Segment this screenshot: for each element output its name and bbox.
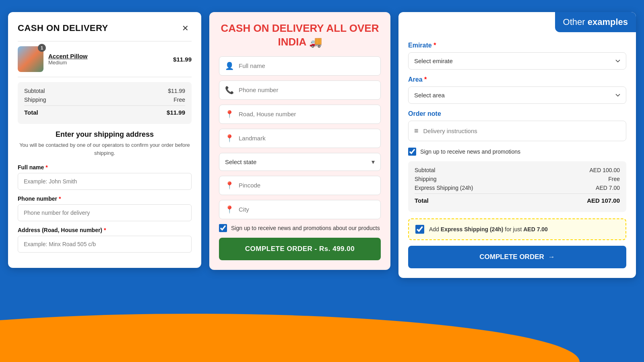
shipping-row: Shipping Free [24, 97, 185, 103]
other-examples-badge: Other examples [555, 12, 636, 32]
person-icon: 👤 [225, 62, 234, 70]
uae-subtotal-row: Subtotal AED 100.00 [415, 167, 620, 173]
address-required-star: * [104, 227, 106, 233]
subtotal-value: $11.99 [168, 88, 185, 94]
road-row: 📍 [219, 105, 381, 124]
checkout-panel-cod: CASH ON DELIVERY ✕ 1 Accent Pillow Mediu… [8, 12, 201, 268]
subtotal-label: Subtotal [24, 88, 45, 94]
location-icon-3: 📍 [225, 181, 234, 190]
express-box-bold: Express Shipping (24h) [441, 226, 504, 232]
checkout-panel-uae: Other examples Emirate * Select emirate … [398, 12, 636, 278]
order-note-row: ≡ [408, 121, 626, 141]
uae-shipping-row: Shipping Free [415, 176, 620, 182]
uae-express-value: AED 7.00 [596, 185, 620, 191]
india-checkbox-label: Sign up to receive news and promotions a… [231, 225, 380, 231]
state-row: Select state Maharashtra Delhi Karnataka… [219, 153, 381, 171]
india-complete-button[interactable]: COMPLETE ORDER - Rs. 499.00 [219, 238, 381, 260]
phone-row: 📞 [219, 80, 381, 100]
uae-express-row: Express Shipping (24h) AED 7.00 [415, 185, 620, 191]
express-box-amount: AED 7.00 [523, 226, 548, 232]
total-label: Total [24, 109, 38, 116]
shipping-address-sub: You will be contacted by one of our oper… [18, 141, 192, 157]
product-info: Accent Pillow Medium [48, 53, 168, 66]
uae-summary-box: Subtotal AED 100.00 Shipping Free Expres… [408, 161, 626, 212]
phone-icon: 📞 [225, 86, 234, 95]
pincode-row: 📍 [219, 176, 381, 195]
express-shipping-checkbox[interactable] [415, 225, 424, 234]
india-newsletter-checkbox[interactable] [219, 224, 227, 232]
fullname-input[interactable] [18, 173, 192, 190]
col2-title: CASH ON DELIVERY ALL OVER INDIA 🚚 [219, 22, 381, 49]
other-examples-bold: examples [588, 17, 628, 27]
landmark-row: 📍 [219, 129, 381, 148]
fullname-row: 👤 [219, 56, 381, 76]
product-row: 1 Accent Pillow Medium $11.99 [18, 46, 192, 72]
shipping-value: Free [173, 97, 185, 103]
order-note-label: Order note [408, 110, 626, 117]
product-variant: Medium [48, 60, 168, 66]
area-required-star: * [424, 76, 427, 83]
uae-total-value: AED 107.00 [587, 197, 620, 204]
shipping-address-title: Enter your shipping address [18, 130, 192, 139]
col1-title: CASH ON DELIVERY [18, 23, 108, 33]
uae-express-label: Express Shipping (24h) [415, 185, 473, 191]
location-icon-1: 📍 [225, 110, 234, 119]
phone-input[interactable] [18, 204, 192, 221]
columns-wrapper: CASH ON DELIVERY ✕ 1 Accent Pillow Mediu… [0, 0, 644, 362]
uae-shipping-value: Free [608, 176, 620, 182]
uae-checkbox-row: Sign up to receive news and promotions [408, 148, 626, 156]
india-checkbox-row: Sign up to receive news and promotions a… [219, 224, 381, 232]
emirate-required-star: * [433, 42, 436, 49]
col1-header: CASH ON DELIVERY ✕ [18, 22, 192, 35]
product-image: 1 [18, 46, 43, 72]
phone-required-star: * [59, 195, 61, 202]
uae-total-label: Total [415, 197, 429, 204]
uae-newsletter-checkbox[interactable] [408, 148, 416, 156]
area-label: Area * [408, 76, 626, 83]
summary-box: Subtotal $11.99 Shipping Free Total $11.… [18, 82, 192, 124]
uae-complete-btn-label: COMPLETE ORDER [479, 253, 544, 261]
india-road-input[interactable] [239, 111, 375, 117]
emirate-label: Emirate * [408, 42, 626, 49]
uae-subtotal-label: Subtotal [415, 167, 435, 173]
state-chevron-icon: ▾ [372, 158, 375, 166]
uae-subtotal-value: AED 100.00 [590, 167, 620, 173]
area-select[interactable]: Select area Downtown Marina Deira Jumeir… [408, 86, 626, 104]
india-pincode-input[interactable] [239, 182, 375, 189]
uae-shipping-label: Shipping [415, 176, 437, 182]
product-badge: 1 [38, 44, 46, 52]
product-price: $11.99 [173, 56, 192, 63]
location-icon-4: 📍 [225, 205, 234, 214]
shipping-label: Shipping [24, 97, 46, 103]
india-city-input[interactable] [239, 206, 375, 213]
phone-label: Phone number * [18, 195, 192, 202]
other-examples-normal: Other [563, 17, 588, 27]
india-fullname-input[interactable] [239, 62, 375, 69]
location-icon-2: 📍 [225, 134, 234, 143]
checkout-panel-india: CASH ON DELIVERY ALL OVER INDIA 🚚 👤 📞 📍 … [209, 12, 390, 270]
india-landmark-input[interactable] [239, 135, 375, 142]
express-shipping-box: Add Express Shipping (24h) for just AED … [408, 218, 626, 240]
city-row: 📍 [219, 200, 381, 219]
address-label: Address (Road, House number) * [18, 227, 192, 233]
lines-icon: ≡ [414, 127, 419, 135]
fullname-label: Full name * [18, 164, 192, 171]
uae-complete-button[interactable]: COMPLETE ORDER → [408, 246, 626, 268]
fullname-required-star: * [45, 164, 47, 171]
express-box-text: Add Express Shipping (24h) for just AED … [429, 226, 548, 232]
address-input[interactable] [18, 236, 192, 253]
total-row: Total $11.99 [24, 105, 185, 116]
close-button[interactable]: ✕ [179, 22, 192, 35]
product-name: Accent Pillow [48, 53, 168, 60]
uae-complete-arrow: → [548, 253, 555, 261]
divider-1 [18, 41, 192, 41]
delivery-instructions-input[interactable] [423, 128, 620, 134]
subtotal-row: Subtotal $11.99 [24, 88, 185, 94]
uae-checkbox-label: Sign up to receive news and promotions [420, 148, 520, 155]
state-select[interactable]: Select state Maharashtra Delhi Karnataka… [225, 158, 372, 165]
uae-total-row: Total AED 107.00 [415, 193, 620, 204]
divider-2 [18, 77, 192, 77]
emirate-select[interactable]: Select emirate Dubai Abu Dhabi Sharjah A… [408, 52, 626, 70]
total-value: $11.99 [167, 109, 185, 116]
india-phone-input[interactable] [239, 86, 375, 93]
